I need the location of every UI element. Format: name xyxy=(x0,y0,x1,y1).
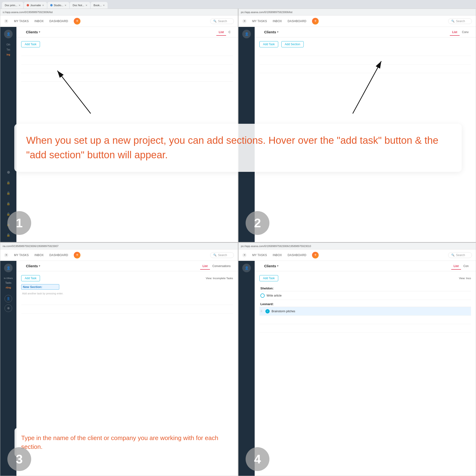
checkmark-icon: ✓ xyxy=(267,310,269,312)
add-task-button-q1[interactable]: Add Task xyxy=(21,41,40,47)
tab-list-q4[interactable]: List xyxy=(451,263,461,269)
tab-close[interactable]: ✕ xyxy=(18,4,20,7)
sidebar-q4: 👤 xyxy=(238,261,255,476)
add-task-button-q3[interactable]: Add Task xyxy=(21,275,40,281)
sidebar-item-oth[interactable]: Oth xyxy=(6,42,10,47)
task-row-q3-1 xyxy=(21,296,233,305)
nav-q1: ✕ MY TASKS INBOX DASHBOARD + 🔍 Search xyxy=(0,16,238,27)
avatar-q2[interactable]: 👤 xyxy=(242,30,251,38)
star-icon-q3[interactable]: ☆ xyxy=(21,264,24,268)
nav-search-q4[interactable]: 🔍 Search xyxy=(448,252,472,258)
nav-inbox-q4[interactable]: INBOX xyxy=(273,254,282,257)
sidebar-item-tasks-q3[interactable]: Tasks xyxy=(4,281,13,285)
tab-c-q1[interactable]: C xyxy=(226,30,233,35)
nav-mytasks-q3[interactable]: MY TASKS xyxy=(14,254,29,257)
nav-close-q3[interactable]: ✕ xyxy=(4,253,8,257)
add-task-hint-q3: Add another task by pressing enter. xyxy=(21,290,233,296)
nav-dashboard-q3[interactable]: DASHBOARD xyxy=(50,254,68,257)
step-badge-q1: 1 xyxy=(7,211,31,235)
nav-plus-q1[interactable]: + xyxy=(74,18,81,24)
tab-con-q4[interactable]: Con xyxy=(461,263,471,269)
avatar-q3[interactable]: 👤 xyxy=(4,264,13,272)
section-name-input-q3[interactable] xyxy=(21,284,59,290)
step-badge-q2: 2 xyxy=(246,211,270,235)
check-circle-2[interactable]: ✓ xyxy=(265,309,270,313)
browser-tab-5[interactable]: Book... ✕ xyxy=(91,2,108,9)
browser-tab-1[interactable]: Doc prim... ✕ xyxy=(2,2,23,9)
chevron-down-icon-q2[interactable]: ▾ xyxy=(277,31,278,34)
nav-close-q1[interactable]: ✕ xyxy=(4,19,8,23)
add-task-button-q2[interactable]: Add Task xyxy=(259,41,278,47)
tab-close[interactable]: ✕ xyxy=(103,4,105,7)
tab-close[interactable]: ✕ xyxy=(42,4,44,7)
nav-q4: ✕ MY TASKS INBOX DASHBOARD + 🔍 Search xyxy=(238,249,476,261)
search-icon-q2: 🔍 xyxy=(451,19,455,23)
tab-close[interactable]: ✕ xyxy=(85,4,87,7)
search-icon-q3: 🔍 xyxy=(213,254,217,256)
task-name-brainstorm[interactable]: Brainstorm pitches xyxy=(272,310,295,313)
check-circle-1[interactable] xyxy=(260,293,265,298)
tab-conversations-q3[interactable]: Conversations xyxy=(210,263,233,269)
url-bar-q3: na.com/0/195898975923006/195898975923007 xyxy=(0,243,238,249)
project-tabs-q3: List Conversations xyxy=(200,263,233,269)
task-row-q1-2 xyxy=(21,56,233,65)
nav-inbox-q1[interactable]: INBOX xyxy=(34,19,44,23)
nav-search-q2[interactable]: 🔍 Search xyxy=(448,18,472,24)
task-row-q1-4 xyxy=(21,73,233,82)
sidebar-item-rting-q3[interactable]: rting xyxy=(4,285,13,290)
nav-mytasks-q2[interactable]: MY TASKS xyxy=(252,19,267,23)
nav-close-q2[interactable]: ✕ xyxy=(242,19,247,23)
browser-tab-2[interactable]: Journalie ✕ xyxy=(24,2,47,9)
nav-dashboard-q1[interactable]: DASHBOARD xyxy=(50,19,68,23)
nav-mytasks-q1[interactable]: MY TASKS xyxy=(14,19,29,23)
sidebar-circle-q3-2[interactable]: ⊕ xyxy=(4,305,12,312)
sidebar-lock-icon-1: 🔒 xyxy=(4,178,13,187)
view-label-q3: View: Incomplete Tasks xyxy=(206,277,233,280)
star-icon-q2[interactable]: ☆ xyxy=(259,30,262,34)
chevron-down-icon-q1[interactable]: ▾ xyxy=(39,31,40,34)
nav-close-q4[interactable]: ✕ xyxy=(242,253,247,257)
star-icon-q1[interactable]: ☆ xyxy=(21,30,24,34)
nav-plus-q2[interactable]: + xyxy=(312,18,319,24)
nav-inbox-q2[interactable]: INBOX xyxy=(273,19,282,23)
tab-list-q3[interactable]: List xyxy=(200,263,210,269)
tab-conv-q2[interactable]: Conv xyxy=(459,30,471,35)
add-task-button-q4[interactable]: Add Task xyxy=(259,275,278,281)
nav-search-q3[interactable]: 🔍 Search xyxy=(210,252,234,258)
task-area-q2: Add Task Add Section xyxy=(255,37,476,77)
browser-tab-4[interactable]: Doc Not... ✕ xyxy=(70,2,90,9)
task-name-write-article[interactable]: Write article xyxy=(267,294,282,297)
nav-inbox-q3[interactable]: INBOX xyxy=(34,254,44,257)
nav-mytasks-q4[interactable]: MY TASKS xyxy=(252,254,267,257)
drag-handle-icon: ⠿ xyxy=(260,310,262,313)
sidebar-circle-q3-1[interactable]: 👤 xyxy=(4,295,12,303)
project-title-q1: Clients ▾ xyxy=(26,30,40,34)
star-icon-q4[interactable]: ☆ xyxy=(259,264,262,268)
avatar-q1[interactable]: 👤 xyxy=(4,30,13,38)
sidebar-q2: 👤 xyxy=(238,27,255,242)
tab-dot-blue xyxy=(50,4,52,6)
task-row-q4-4 xyxy=(259,324,471,333)
project-header-q2: ☆ Clients ▾ List Conv xyxy=(255,27,476,37)
sidebar-add-icon-q1[interactable]: ⊕ xyxy=(4,168,13,176)
step-badge-q4: 4 xyxy=(246,447,270,471)
tab-list-q2[interactable]: List xyxy=(450,30,459,35)
tab-list-q1[interactable]: List xyxy=(216,30,226,35)
task-row-q2-2 xyxy=(259,56,471,65)
chevron-down-icon-q4[interactable]: ▾ xyxy=(277,264,278,268)
chevron-down-icon-q3[interactable]: ▾ xyxy=(39,264,40,268)
nav-search-q1[interactable]: 🔍 Search xyxy=(210,18,234,24)
nav-plus-q4[interactable]: + xyxy=(312,252,319,258)
quadrant-3: na.com/0/195898975923006/195898975923007… xyxy=(0,242,238,476)
sidebar-item-ing[interactable]: ing xyxy=(6,52,10,57)
add-section-button-q2[interactable]: Add Section xyxy=(281,41,304,47)
sidebar-item-others-q3[interactable]: to Others xyxy=(4,276,13,281)
sidebar-item-tas[interactable]: Tas xyxy=(6,47,10,52)
nav-dashboard-q4[interactable]: DASHBOARD xyxy=(288,254,306,257)
avatar-q4[interactable]: 👤 xyxy=(242,264,251,272)
tab-close[interactable]: ✕ xyxy=(65,4,67,7)
browser-tab-3[interactable]: Studio... ✕ xyxy=(47,2,69,9)
search-icon-q4: 🔍 xyxy=(451,254,455,256)
nav-plus-q3[interactable]: + xyxy=(74,252,81,258)
nav-dashboard-q2[interactable]: DASHBOARD xyxy=(288,19,306,23)
